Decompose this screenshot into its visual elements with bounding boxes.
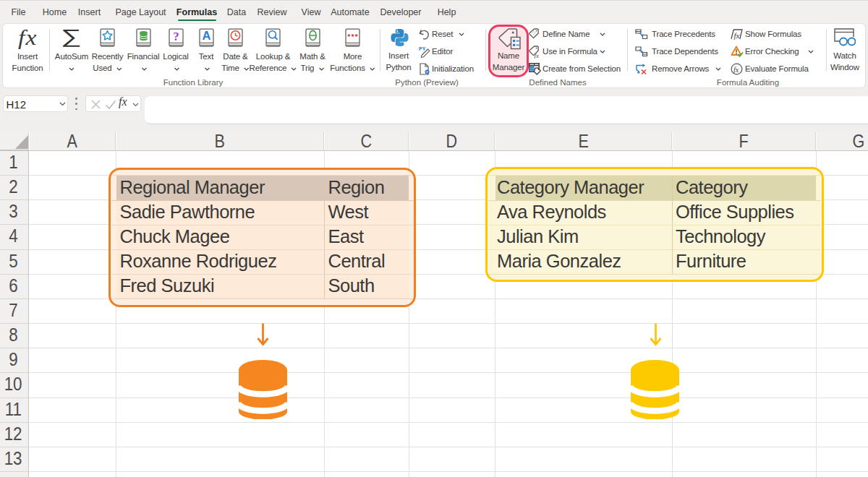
svg-text:fx: fx: [734, 31, 740, 40]
svg-text:?: ?: [173, 30, 179, 43]
svg-text:fx: fx: [733, 66, 739, 74]
svg-text:fx: fx: [535, 52, 540, 59]
svg-text:PY: PY: [419, 46, 426, 51]
svg-text:A: A: [202, 29, 210, 42]
